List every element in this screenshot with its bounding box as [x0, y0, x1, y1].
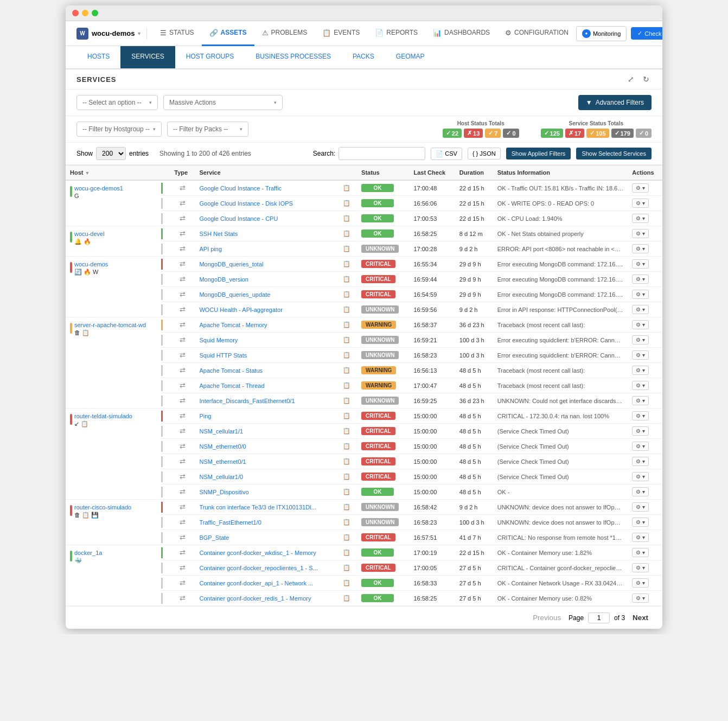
host-sort-icon[interactable]: ▼ [85, 170, 90, 176]
host-name-link[interactable]: docker_1a [74, 550, 102, 556]
service-name-link[interactable]: NSM_cellular1/0 [199, 474, 243, 480]
service-name-link[interactable]: Apache Tomcat - Status [199, 367, 263, 374]
expand-icon[interactable]: ⤢ [625, 74, 636, 85]
service-name-link[interactable]: SNMP_Dispositivo [199, 489, 248, 495]
service-name-link[interactable]: MongoDB_queries_total [199, 261, 263, 267]
action-button[interactable]: ⚙ ▾ [632, 275, 649, 284]
service-name-link[interactable]: Apache Tomcat - Memory [199, 322, 267, 328]
filter-packs-dropdown[interactable]: -- Filter by Packs -- ▾ [167, 122, 248, 137]
check-button[interactable]: ✓ Check [631, 27, 662, 40]
service-warning-badge[interactable]: ✓ 105 [586, 129, 609, 138]
action-button[interactable]: ⚙ ▾ [632, 487, 649, 496]
previous-page-button[interactable]: Previous [529, 612, 564, 623]
service-name-link[interactable]: API ping [199, 246, 222, 252]
select-option-dropdown[interactable]: -- Select an option -- ▾ [76, 95, 158, 110]
subnav-services[interactable]: SERVICES [120, 46, 175, 68]
action-button[interactable]: ⚙ ▾ [632, 350, 649, 360]
action-button[interactable]: ⚙ ▾ [632, 396, 649, 405]
action-button[interactable]: ⚙ ▾ [632, 502, 649, 512]
host-critical-badge[interactable]: ✗ 13 [464, 129, 483, 138]
show-entries-select[interactable]: 200 50 100 500 [96, 147, 126, 160]
action-button[interactable]: ⚙ ▾ [632, 244, 649, 253]
minimize-button[interactable] [82, 10, 88, 16]
subnav-business-processes[interactable]: BUSINESS PROCESSES [245, 46, 342, 68]
action-button[interactable]: ⚙ ▾ [632, 229, 649, 238]
service-name-link[interactable]: Traffic_FastEthernet1/0 [199, 519, 261, 526]
service-critical-badge[interactable]: ✗ 17 [565, 129, 584, 138]
service-name-link[interactable]: Container gconf-docker_wkdisc_1 - Memory [199, 550, 316, 556]
host-unknown-badge[interactable]: ✓ 0 [503, 129, 519, 138]
nav-status[interactable]: ☰ STATUS [152, 21, 202, 46]
action-button[interactable]: ⚙ ▾ [632, 199, 649, 208]
host-ok-badge[interactable]: ✓ 22 [443, 129, 462, 138]
host-name-link[interactable]: router-teldat-simulado [74, 413, 132, 419]
action-button[interactable]: ⚙ ▾ [632, 214, 649, 223]
refresh-icon[interactable]: ↻ [641, 74, 652, 85]
action-button[interactable]: ⚙ ▾ [632, 290, 649, 299]
service-unknown-badge[interactable]: ✓ 179 [611, 129, 634, 138]
service-pending-badge[interactable]: ✓ 0 [636, 129, 652, 138]
action-button[interactable]: ⚙ ▾ [632, 518, 649, 527]
service-name-link[interactable]: Container gconf-docker_api_1 - Network .… [199, 580, 313, 586]
service-name-link[interactable]: MongoDB_queries_update [199, 291, 270, 298]
subnav-packs[interactable]: PACKS [342, 46, 385, 68]
subnav-hosts[interactable]: HOSTS [76, 46, 120, 68]
maximize-button[interactable] [92, 10, 98, 16]
monitoring-button[interactable]: ● Monitoring [576, 26, 627, 41]
host-name-link[interactable]: router-cisco-simulado [74, 504, 131, 511]
service-name-link[interactable]: NSM_ethernet0/1 [199, 458, 246, 465]
advanced-filters-button[interactable]: ▼ Advanced Filters [578, 95, 652, 110]
service-name-link[interactable]: Container gconf-docker_repoclientes_1 - … [199, 565, 317, 571]
action-button[interactable]: ⚙ ▾ [632, 381, 649, 390]
action-button[interactable]: ⚙ ▾ [632, 183, 649, 193]
next-page-button[interactable]: Next [629, 612, 652, 623]
service-name-link[interactable]: NSM_cellular1/1 [199, 428, 243, 435]
nav-problems[interactable]: ⚠ PROBLEMS [254, 21, 315, 46]
service-name-link[interactable]: MongoDB_version [199, 276, 248, 283]
show-applied-filters-button[interactable]: Show Applied Filters [506, 148, 571, 159]
massive-actions-dropdown[interactable]: Massive Actions ▾ [163, 95, 283, 110]
host-warning-badge[interactable]: ✓ 7 [485, 129, 501, 138]
service-name-link[interactable]: Container gconf-docker_redis_1 - Memory [199, 595, 311, 602]
service-name-link[interactable]: Google Cloud Instance - Traffic [199, 185, 281, 192]
nav-dashboards[interactable]: 📊 DASHBOARDS [425, 21, 497, 46]
action-button[interactable]: ⚙ ▾ [632, 442, 649, 451]
service-name-link[interactable]: Google Cloud Instance - CPU [199, 215, 278, 222]
nav-assets[interactable]: 🔗 ASSETS [202, 21, 254, 46]
service-name-link[interactable]: WOCU Health - API-aggregator [199, 307, 282, 313]
service-name-link[interactable]: Squid HTTP Stats [199, 352, 247, 359]
action-button[interactable]: ⚙ ▾ [632, 305, 649, 314]
nav-events[interactable]: 📋 EVENTS [315, 21, 367, 46]
search-input[interactable] [339, 147, 425, 160]
json-button[interactable]: { } JSON [468, 148, 501, 159]
service-ok-badge[interactable]: ✓ 125 [541, 129, 563, 138]
service-name-link[interactable]: Trunk con interface Te3/3 de ITX100131Dl… [199, 504, 316, 511]
service-name-link[interactable]: Ping [199, 413, 211, 419]
service-name-link[interactable]: Google Cloud Instance - Disk IOPS [199, 200, 292, 207]
action-button[interactable]: ⚙ ▾ [632, 320, 649, 329]
action-button[interactable]: ⚙ ▾ [632, 335, 649, 344]
brand-area[interactable]: W wocu-demos ▾ [71, 28, 147, 40]
action-button[interactable]: ⚙ ▾ [632, 366, 649, 375]
brand-chevron-icon[interactable]: ▾ [138, 30, 141, 36]
host-name-link[interactable]: wocu-devel [74, 231, 105, 237]
service-name-link[interactable]: NSM_ethernet0/0 [199, 443, 246, 450]
csv-button[interactable]: 📄 CSV [431, 148, 462, 160]
action-button[interactable]: ⚙ ▾ [632, 259, 649, 269]
action-button[interactable]: ⚙ ▾ [632, 472, 649, 481]
page-number-input[interactable] [588, 612, 610, 623]
subnav-geomap[interactable]: GEOMAP [385, 46, 436, 68]
host-name-link[interactable]: wocu-gce-demos1 [74, 185, 123, 192]
show-selected-services-button[interactable]: Show Selected Services [576, 148, 652, 159]
filter-hostgroup-dropdown[interactable]: -- Filter by Hostgroup -- ▾ [76, 122, 162, 137]
action-button[interactable]: ⚙ ▾ [632, 578, 649, 588]
service-name-link[interactable]: SSH Net Stats [199, 231, 238, 237]
host-name-link[interactable]: wocu-demos [74, 261, 108, 267]
action-button[interactable]: ⚙ ▾ [632, 533, 649, 542]
service-name-link[interactable]: Apache Tomcat - Thread [199, 382, 264, 389]
action-button[interactable]: ⚙ ▾ [632, 457, 649, 466]
host-name-link[interactable]: server-r-apache-tomcat-wd [74, 322, 146, 328]
action-button[interactable]: ⚙ ▾ [632, 594, 649, 603]
action-button[interactable]: ⚙ ▾ [632, 411, 649, 420]
service-name-link[interactable]: BGP_State [199, 534, 229, 541]
